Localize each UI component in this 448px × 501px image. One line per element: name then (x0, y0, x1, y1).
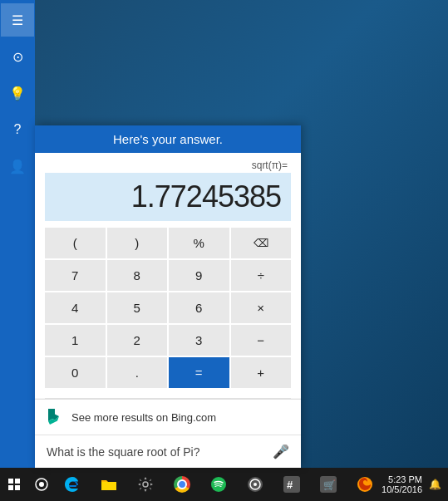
calc-btn-decimal[interactable]: . (107, 357, 168, 388)
taskbar-right: 5:23 PM 10/5/2016 🔔 (382, 474, 448, 494)
circular-app-icon (247, 476, 263, 493)
bing-link-text: See more results on Bing.com (71, 411, 216, 424)
calc-expression: sqrt(π)= (45, 160, 291, 171)
svg-point-3 (211, 477, 226, 492)
svg-point-2 (143, 482, 148, 487)
calc-btn-5[interactable]: 5 (107, 292, 168, 323)
taskbar-edge-icon[interactable] (56, 468, 89, 501)
search-query[interactable]: What is the square root of Pi? (47, 445, 266, 459)
calc-btn-7[interactable]: 7 (45, 260, 106, 291)
taskbar-firefox-icon[interactable] (348, 468, 382, 501)
calc-btn-percent[interactable]: % (169, 228, 229, 258)
store-app-icon: 🛒 (320, 476, 337, 493)
edge-icon (64, 476, 81, 493)
calc-btn-divide[interactable]: ÷ (231, 260, 292, 291)
bing-section[interactable]: See more results on Bing.com (35, 399, 301, 435)
sidebar: ☰ ⊙ 💡 ? 👤 (0, 0, 35, 468)
cortana-panel: Here's your answer. sqrt(π)= 1.77245385 … (35, 125, 301, 468)
taskbar-chrome-icon[interactable] (165, 468, 199, 501)
taskbar-notification-icon[interactable]: 🔔 (429, 479, 441, 490)
svg-point-5 (254, 483, 257, 486)
cortana-circle-icon (35, 478, 48, 491)
calc-btn-equals[interactable]: = (169, 357, 229, 388)
calc-btn-9[interactable]: 9 (169, 260, 229, 291)
search-bar: What is the square root of Pi? 🎤 (35, 435, 301, 468)
taskbar-explorer-icon[interactable] (92, 468, 126, 501)
chrome-logo (174, 476, 190, 493)
calc-btn-multiply[interactable]: × (231, 292, 292, 323)
taskbar-app-icons: # 🛒 (56, 468, 382, 501)
taskbar: # 🛒 5:23 PM 10/5/2016 (0, 468, 448, 501)
calc-btn-1[interactable]: 1 (45, 325, 106, 356)
calculator-container: sqrt(π)= 1.77245385 ( ) % ⌫ 7 8 9 ÷ 4 5 … (35, 153, 301, 398)
taskbar-app3-icon[interactable]: 🛒 (312, 468, 345, 501)
sidebar-icon-lightbulb[interactable]: 💡 (1, 76, 34, 110)
calc-btn-4[interactable]: 4 (45, 292, 106, 323)
cortana-header: Here's your answer. (35, 125, 301, 153)
windows-icon (8, 479, 20, 490)
sidebar-icon-menu[interactable]: ☰ (1, 3, 34, 37)
firefox-icon (357, 476, 373, 493)
taskbar-time: 5:23 PM 10/5/2016 (382, 474, 422, 494)
calc-btn-backspace[interactable]: ⌫ (231, 228, 292, 258)
calc-btn-3[interactable]: 3 (169, 325, 229, 356)
folder-icon (101, 477, 117, 492)
calc-btn-add[interactable]: + (231, 357, 292, 388)
calc-buttons: ( ) % ⌫ 7 8 9 ÷ 4 5 6 × 1 2 3 − 0 (45, 228, 291, 388)
taskbar-settings-icon[interactable] (129, 468, 162, 501)
hashtag-app-icon: # (283, 476, 300, 493)
taskbar-spotify-icon[interactable] (202, 468, 235, 501)
sidebar-icon-person[interactable]: 👤 (1, 150, 34, 183)
desktop: ☰ ⊙ 💡 ? 👤 Here's your answer. sqrt(π)= 1… (0, 0, 448, 501)
taskbar-cortana-button[interactable] (28, 468, 57, 501)
taskbar-app2-icon[interactable]: # (275, 468, 308, 501)
gear-icon (137, 476, 154, 493)
start-button[interactable] (0, 468, 28, 501)
calc-btn-open-paren[interactable]: ( (45, 228, 106, 258)
spotify-icon (210, 476, 227, 493)
header-title: Here's your answer. (113, 132, 223, 146)
calc-display: 1.77245385 (45, 173, 291, 221)
calc-btn-0[interactable]: 0 (45, 357, 106, 388)
calc-btn-close-paren[interactable]: ) (107, 228, 168, 258)
svg-point-1 (39, 482, 44, 487)
bing-logo (45, 408, 63, 426)
microphone-icon[interactable]: 🎤 (273, 444, 289, 459)
calc-btn-subtract[interactable]: − (231, 325, 292, 356)
taskbar-app1-icon[interactable] (239, 468, 272, 501)
svg-text:🛒: 🛒 (323, 479, 336, 491)
calc-btn-6[interactable]: 6 (169, 292, 229, 323)
sidebar-icon-circle[interactable]: ⊙ (1, 40, 34, 73)
calc-btn-2[interactable]: 2 (107, 325, 168, 356)
calc-btn-8[interactable]: 8 (107, 260, 168, 291)
sidebar-icon-help[interactable]: ? (1, 113, 34, 146)
svg-text:#: # (287, 479, 293, 491)
